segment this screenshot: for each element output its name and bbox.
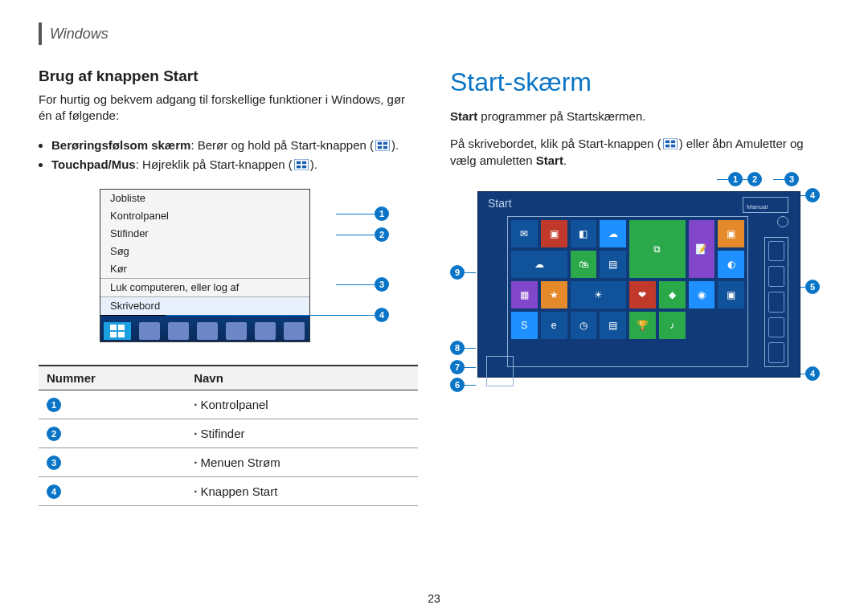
tile-mail-icon: ✉	[511, 220, 538, 247]
tile-note-icon: 📝	[689, 220, 715, 278]
taskbar-app-icon	[168, 322, 189, 340]
table-row: 1Kontrolpanel	[39, 390, 418, 419]
callout-badge: 2	[747, 172, 762, 186]
callout-badge: 9	[450, 265, 465, 280]
charm-share-icon	[768, 266, 784, 287]
col-header: Navn	[186, 366, 418, 390]
tile-health-icon: ❤	[629, 281, 656, 309]
taskbar	[100, 315, 309, 341]
tile-skype-icon: S	[511, 312, 538, 339]
svg-rect-5	[294, 159, 309, 170]
header-accent-bar	[39, 22, 42, 45]
svg-rect-7	[302, 161, 306, 164]
row-name: Menuen Strøm	[186, 447, 418, 476]
svg-rect-4	[383, 145, 387, 149]
svg-rect-6	[297, 161, 301, 164]
num-badge: 1	[47, 398, 61, 412]
ctx-item: Kontrolpanel	[100, 207, 309, 225]
left-column: Brug af knappen Start For hurtig og bekv…	[39, 67, 418, 506]
callout-badge: 2	[375, 227, 389, 242]
callout-badge: 6	[450, 378, 465, 392]
charms-bar	[764, 237, 788, 367]
tile-app-icon: ▤	[600, 312, 626, 339]
row-name: Knappen Start	[186, 476, 418, 505]
right-heading: Start-skærm	[450, 67, 829, 97]
start-button-icon	[104, 322, 131, 340]
tile-app-icon: ▦	[511, 281, 538, 309]
section-header: Windows	[39, 22, 829, 45]
tile-app-icon: ◷	[571, 312, 597, 339]
taskbar-app-icon	[197, 322, 218, 340]
svg-rect-12	[671, 141, 675, 144]
ctx-item: Kør	[100, 260, 309, 278]
right-line1: Start programmer på Startskærmen.	[450, 108, 829, 125]
svg-rect-3	[378, 145, 382, 149]
left-intro: For hurtig og bekvem adgang til forskell…	[39, 92, 418, 125]
ctx-item: Stifinder	[100, 225, 309, 243]
row-name: Kontrolpanel	[186, 390, 418, 419]
callout-badge: 7	[450, 360, 465, 374]
tile-store-icon: 🛍	[571, 251, 597, 278]
charm-search-icon	[768, 241, 784, 262]
callout-badge: 4	[805, 188, 820, 202]
callout-badge: 5	[805, 280, 820, 294]
col-header: Nummer	[39, 366, 186, 390]
tile-grid: ✉ ▣ ◧ ☁ ⧉ 📝 ▣ ☁ 🛍 ▤ ◐ ▦ ★ ☀	[507, 216, 748, 367]
avatar-icon	[777, 216, 788, 227]
num-badge: 4	[47, 484, 61, 499]
callout-badge: 3	[375, 277, 389, 292]
taskbar-app-icon	[226, 322, 247, 340]
svg-rect-10	[663, 138, 678, 149]
ctx-item: Jobliste	[100, 190, 309, 207]
user-box: Manual	[743, 197, 788, 213]
windows-icon	[375, 140, 390, 151]
bullet-touchpad: Touchpad/Mus: Højreklik på Start-knappen…	[51, 155, 418, 174]
tile-app-icon: ◐	[718, 251, 744, 278]
tile-cloud-icon: ☁	[600, 220, 626, 247]
context-menu-screenshot: Jobliste Kontrolpanel Stifinder Søg Kør …	[100, 189, 357, 342]
ctx-callouts: 1 2 3 4	[375, 206, 389, 322]
tile-app-icon: ◧	[571, 220, 597, 247]
start-screen: Start Manual ✉ ▣ ◧ ☁ ⧉ 📝 ▣ ☁ 🛍 ▤	[477, 191, 800, 378]
tile-app-icon: ▣	[718, 281, 744, 309]
charm-settings-icon	[768, 342, 784, 363]
tile-sun-icon: ☀	[571, 281, 627, 309]
tile-app-icon: ◉	[689, 281, 715, 309]
charm-devices-icon	[768, 317, 784, 338]
taskbar-app-icon	[255, 322, 276, 340]
taskbar-app-icon	[139, 322, 160, 340]
right-line2: På skrivebordet, klik på Start-knappen (…	[450, 136, 829, 169]
tile-app-icon: ★	[541, 281, 567, 309]
ctx-item: Luk computeren, eller log af	[100, 279, 309, 296]
svg-rect-8	[297, 165, 301, 168]
context-menu: Jobliste Kontrolpanel Stifinder Søg Kør …	[100, 189, 310, 342]
charm-start-icon	[768, 292, 784, 313]
tile-app-icon: ⧉	[629, 220, 686, 278]
svg-rect-13	[665, 145, 669, 148]
num-badge: 3	[47, 456, 61, 470]
section-title: Windows	[50, 26, 108, 43]
taskbar-app-icon	[284, 322, 305, 340]
page-number: 23	[0, 592, 868, 605]
tile-app-icon: ◆	[659, 281, 686, 309]
windows-icon	[294, 159, 309, 170]
table-row: 2Stifinder	[39, 419, 418, 447]
table-row: 4Knappen Start	[39, 476, 418, 505]
svg-rect-0	[375, 140, 390, 151]
desktop-tile	[486, 356, 514, 386]
tile-trophy-icon: 🏆	[629, 312, 656, 339]
zoom-icon	[486, 391, 501, 403]
callout-badge: 3	[784, 172, 799, 186]
left-heading: Brug af knappen Start	[39, 67, 418, 85]
svg-rect-1	[378, 141, 382, 145]
callout-badge: 1	[375, 206, 389, 221]
svg-rect-2	[383, 141, 387, 145]
start-screen-screenshot: 1 2 3 4 5 4 9 8 7 6 Start Manual ✉ ▣ ◧	[450, 191, 820, 378]
callout-badge: 8	[450, 341, 465, 355]
reference-table: Nummer Navn 1Kontrolpanel 2Stifinder 3Me…	[39, 365, 418, 506]
right-column: Start-skærm Start programmer på Startskæ…	[450, 67, 829, 506]
windows-icon	[663, 138, 678, 149]
ctx-item-selected: Skrivebord	[100, 297, 309, 315]
tile-app-icon: ▣	[541, 220, 567, 247]
svg-rect-9	[302, 165, 306, 168]
